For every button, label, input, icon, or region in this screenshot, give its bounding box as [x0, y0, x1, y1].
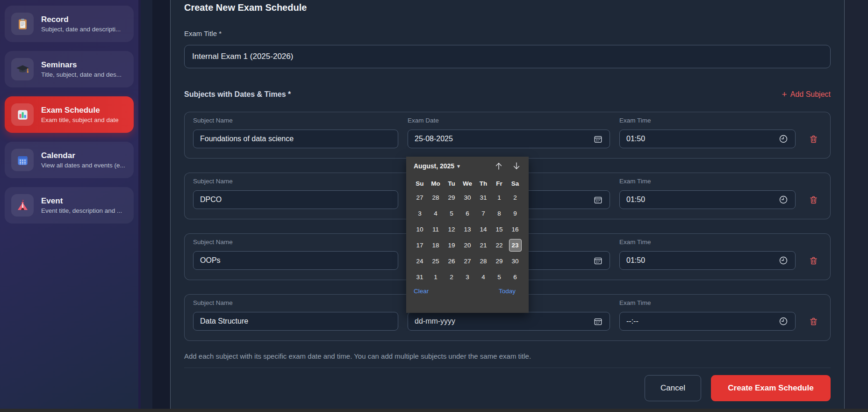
month-year-selector[interactable]: August, 2025 ▾ — [414, 162, 460, 170]
day-cell[interactable]: 30 — [507, 253, 523, 269]
add-subject-button[interactable]: + Add Subject — [782, 90, 831, 99]
bar-chart-icon — [11, 103, 34, 126]
day-cell[interactable]: 2 — [444, 269, 459, 285]
right-gap — [845, 0, 868, 412]
day-cell[interactable]: 31 — [475, 189, 491, 205]
day-cell[interactable]: 30 — [459, 189, 475, 205]
day-cell[interactable]: 11 — [428, 221, 444, 237]
day-cell[interactable]: 19 — [444, 237, 459, 253]
day-cell[interactable]: 20 — [459, 237, 475, 253]
day-cell[interactable]: 22 — [491, 237, 507, 253]
clock-icon[interactable] — [778, 316, 789, 326]
exam-time-input[interactable]: 01:50 — [619, 251, 796, 270]
sidebar-item-exam-schedule[interactable]: Exam Schedule Exam title, subject and da… — [5, 96, 134, 133]
delete-subject-button[interactable] — [808, 255, 819, 267]
calendar-field-icon[interactable] — [593, 134, 603, 144]
clear-button[interactable]: Clear — [414, 288, 429, 295]
exam-time-input[interactable]: 01:50 — [619, 130, 796, 148]
cancel-button[interactable]: Cancel — [645, 375, 701, 401]
day-cell[interactable]: 26 — [444, 253, 459, 269]
day-cell[interactable]: 18 — [428, 237, 444, 253]
day-cell[interactable]: 13 — [459, 221, 475, 237]
subject-name-input[interactable]: DPCO — [193, 190, 398, 209]
day-cell[interactable]: 3 — [412, 205, 428, 221]
day-cell[interactable]: 1 — [491, 189, 507, 205]
delete-subject-button[interactable] — [808, 194, 819, 206]
calendar-field-icon[interactable] — [593, 195, 603, 205]
sidebar-item-title: Event — [41, 196, 122, 206]
subject-name-input[interactable]: Foundations of data science — [193, 130, 398, 148]
day-cell[interactable]: 16 — [507, 221, 523, 237]
day-cell[interactable]: 21 — [475, 237, 491, 253]
exam-date-input[interactable]: 25-08-2025 — [408, 130, 610, 148]
day-cell[interactable]: 9 — [507, 205, 523, 221]
day-cell[interactable]: 17 — [412, 237, 428, 253]
day-cell[interactable]: 12 — [444, 221, 459, 237]
clock-icon[interactable] — [778, 134, 789, 144]
add-subject-label: Add Subject — [790, 90, 831, 99]
sidebar-item-record[interactable]: Record Subject, date and descripti... — [5, 6, 134, 42]
sidebar-item-subtitle: Subject, date and descripti... — [41, 26, 121, 33]
day-cell[interactable]: 6 — [459, 205, 475, 221]
day-cell[interactable]: 29 — [491, 253, 507, 269]
day-cell[interactable]: 1 — [428, 269, 444, 285]
day-cell[interactable]: 3 — [459, 269, 475, 285]
day-cell[interactable]: 25 — [428, 253, 444, 269]
day-cell[interactable]: 6 — [507, 269, 523, 285]
exam-time-label: Exam Time — [619, 117, 796, 125]
exam-date-input[interactable]: dd-mm-yyyy — [408, 312, 610, 331]
next-month-button[interactable] — [511, 160, 522, 172]
day-cell[interactable]: 10 — [412, 221, 428, 237]
day-cell[interactable]: 5 — [444, 205, 459, 221]
clock-icon[interactable] — [778, 255, 789, 266]
day-cell[interactable]: 7 — [475, 205, 491, 221]
subject-name-input[interactable]: Data Structure — [193, 312, 398, 331]
day-cell[interactable]: 5 — [491, 269, 507, 285]
sidebar-item-seminars[interactable]: Seminars Title, subject, date and des... — [5, 51, 134, 87]
exam-title-input[interactable]: Internal Exam 1 (2025-2026) — [184, 45, 831, 68]
exam-time-input[interactable]: 01:50 — [619, 190, 796, 209]
graduation-cap-icon — [11, 58, 34, 80]
day-cell[interactable]: 4 — [475, 269, 491, 285]
day-cell[interactable]: 14 — [475, 221, 491, 237]
delete-subject-button[interactable] — [808, 316, 819, 327]
day-cell[interactable]: 2 — [507, 189, 523, 205]
exam-time-input[interactable]: --:-- — [619, 312, 796, 331]
calendar-field-icon[interactable] — [593, 317, 603, 326]
day-cell[interactable]: 31 — [412, 269, 428, 285]
clock-icon[interactable] — [778, 195, 789, 205]
subject-name-input[interactable]: OOPs — [193, 251, 398, 270]
day-cell[interactable]: 23 — [507, 237, 523, 253]
day-cell[interactable]: 8 — [491, 205, 507, 221]
plus-icon: + — [782, 90, 787, 99]
day-cell[interactable]: 27 — [459, 253, 475, 269]
day-cell[interactable]: 29 — [444, 189, 459, 205]
day-cell[interactable]: 27 — [412, 189, 428, 205]
subject-name-label: Subject Name — [193, 239, 398, 247]
today-button[interactable]: Today — [499, 288, 516, 295]
weekday-label: Fr — [491, 177, 507, 189]
day-cell[interactable]: 15 — [491, 221, 507, 237]
sidebar-item-event[interactable]: Event Event title, description and ... — [5, 187, 134, 224]
exam-time-label: Exam Time — [619, 239, 796, 247]
weekday-label: Mo — [428, 177, 444, 189]
delete-subject-button[interactable] — [808, 133, 819, 145]
prev-month-button[interactable] — [493, 160, 504, 172]
create-exam-schedule-button[interactable]: Create Exam Schedule — [711, 375, 831, 401]
date-picker-footer: Clear Today — [406, 288, 529, 295]
day-cell[interactable]: 28 — [428, 189, 444, 205]
weekday-header-row: SuMoTuWeThFrSa — [406, 177, 529, 189]
calendar-field-icon[interactable] — [593, 256, 603, 266]
day-cell[interactable]: 28 — [475, 253, 491, 269]
sidebar-item-title: Exam Schedule — [41, 106, 119, 115]
sidebar: Record Subject, date and descripti... Se… — [0, 0, 138, 412]
exam-time-label: Exam Time — [619, 178, 796, 186]
sidebar-item-calendar[interactable]: Calendar View all dates and events (e... — [5, 142, 134, 178]
weekday-label: Su — [412, 177, 428, 189]
form-footer: Cancel Create Exam Schedule — [184, 368, 831, 401]
exam-title-value: Internal Exam 1 (2025-2026) — [192, 52, 293, 61]
day-cell[interactable]: 24 — [412, 253, 428, 269]
day-cell[interactable]: 4 — [428, 205, 444, 221]
arrow-down-icon — [511, 160, 522, 172]
date-picker-popup: August, 2025 ▾ SuMoTuWeThFrSa 2728293031… — [406, 157, 529, 313]
